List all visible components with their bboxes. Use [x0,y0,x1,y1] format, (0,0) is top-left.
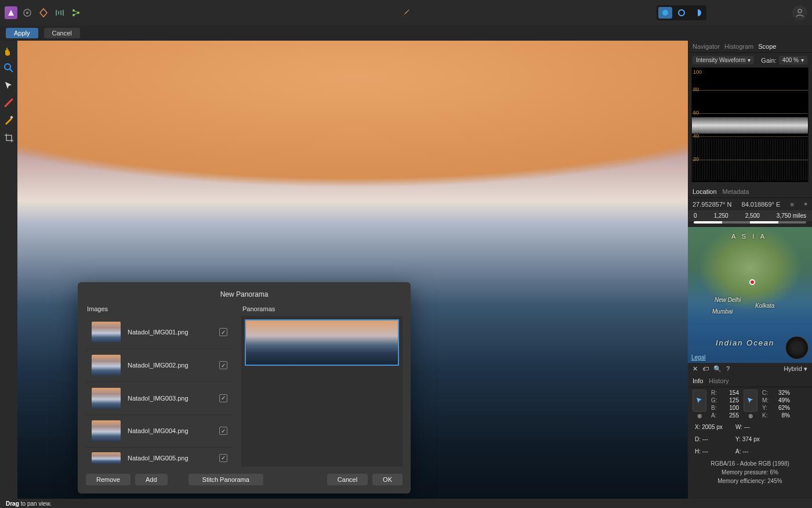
tab-scope[interactable]: Scope [758,43,776,50]
remove-button[interactable]: Remove [86,474,130,485]
account-button[interactable] [792,5,807,20]
statusbar-hint-bold: Drag [6,500,19,507]
tab-info[interactable]: Info [693,377,703,384]
image-row[interactable]: Natadol_IMG001.png✓ [86,316,233,349]
scope-mode-dropdown[interactable]: Intensity Waveform▾ [693,56,754,64]
b-value: 100 [723,405,739,411]
map-scalebar [694,221,806,224]
app-icon[interactable] [5,6,17,19]
waveform-tick: 40 [693,133,699,139]
svg-marker-2 [40,9,47,17]
add-button[interactable]: Add [135,474,168,485]
persona-toggle-group [657,5,706,20]
toolbar-left [5,6,82,19]
info-tabs: Info History [688,375,812,387]
crop-tool[interactable] [2,131,15,144]
map-label: New Delhi [715,297,741,303]
main-area: New Panorama Images Natadol_IMG001.png✓ … [0,41,812,499]
tool-strip [0,41,17,499]
help-icon[interactable]: ? [726,365,730,373]
waveform-display: 100 80 60 40 20 [691,67,809,182]
panorama-preview-list[interactable] [241,316,403,467]
tab-location[interactable]: Location [693,188,717,195]
map-label: Indian Ocean [716,338,774,347]
persona-photo[interactable] [658,7,672,19]
latitude-value: 27.952857° N [693,201,731,208]
move-tool[interactable] [2,79,15,92]
target-icon[interactable]: ⊕ [693,413,706,419]
persona-develop[interactable] [691,7,705,19]
panorama-preview[interactable] [245,319,399,366]
stitch-button[interactable]: Stitch Panorama [188,474,263,485]
sampler2-icon[interactable] [744,390,757,412]
map-legal-link[interactable]: Legal [691,354,705,361]
map-label: Mumbai [712,308,733,315]
svg-point-1 [26,12,28,14]
svg-point-6 [662,10,668,16]
list-icon[interactable]: ≡ [790,201,793,208]
cancel-button[interactable]: Cancel [44,28,80,38]
map-pin [749,279,755,285]
target2-icon[interactable]: ⊕ [744,413,757,419]
maptype-dropdown[interactable]: Hybrid ▾ [784,365,807,373]
tab-history[interactable]: History [709,377,728,384]
chevron-down-icon: ▾ [804,365,807,372]
c-value: 32% [774,390,790,396]
location-map[interactable]: A S I A New Delhi Mumbai Kolkata Indian … [688,227,812,363]
image-name: Natadol_IMG001.png [128,329,212,336]
chevron-down-icon: ▾ [748,57,751,63]
liquify-icon[interactable] [37,6,50,19]
hand-tool[interactable] [2,44,15,57]
image-name: Natadol_IMG003.png [128,395,212,402]
paintbrush-icon[interactable] [400,6,412,19]
waveform-tick: 60 [693,110,699,116]
tab-metadata[interactable]: Metadata [723,188,749,195]
image-row[interactable]: Natadol_IMG002.png✓ [86,349,233,382]
image-row[interactable]: Natadol_IMG003.png✓ [86,381,233,415]
dialog-ok-button[interactable]: OK [372,474,403,485]
r-value: 154 [723,390,739,396]
tag-icon[interactable]: 🏷 [702,365,709,373]
gain-dropdown[interactable]: 400 %▾ [779,56,807,64]
image-row[interactable]: Natadol_IMG005.png✓ [86,447,233,468]
images-list[interactable]: Natadol_IMG001.png✓ Natadol_IMG002.png✓ … [86,316,233,468]
tab-histogram[interactable]: Histogram [724,43,753,50]
image-checkbox[interactable]: ✓ [219,361,227,369]
image-checkbox[interactable]: ✓ [219,328,227,336]
tonemap-icon[interactable] [53,6,66,19]
image-checkbox[interactable]: ✓ [219,394,227,402]
dialog-cancel-button[interactable]: Cancel [327,474,368,485]
g-value: 125 [723,397,739,403]
svg-point-7 [679,10,684,16]
apply-button[interactable]: Apply [6,28,38,38]
scope-tabs: Navigator Histogram Scope [688,41,812,53]
a-value: 255 [723,412,739,419]
export-icon[interactable] [70,6,82,19]
images-header: Images [86,304,233,316]
redeye-tool[interactable] [2,96,15,109]
image-checkbox[interactable]: ✓ [219,454,227,462]
waveform-tick: 100 [693,69,702,75]
image-thumb [92,420,121,441]
sampler-icon[interactable] [693,390,706,412]
persona-liquify[interactable] [675,7,688,19]
image-thumb [92,355,121,376]
new-panorama-dialog: New Panorama Images Natadol_IMG001.png✓ … [78,282,411,493]
compass-icon[interactable] [785,336,809,359]
locate-icon[interactable]: ⌖ [804,200,807,208]
toolbar-center [400,6,412,19]
clear-location-icon[interactable]: ✕ [693,365,698,373]
image-row[interactable]: Natadol_IMG004.png✓ [86,415,233,448]
search-icon[interactable]: 🔍 [713,365,722,373]
develop-icon[interactable] [21,6,34,19]
tab-navigator[interactable]: Navigator [693,43,720,50]
image-name: Natadol_IMG005.png [128,455,212,462]
canvas-viewport[interactable]: New Panorama Images Natadol_IMG001.png✓ … [17,41,688,499]
image-checkbox[interactable]: ✓ [219,427,227,435]
image-thumb [92,322,121,343]
zoom-tool[interactable] [2,62,15,74]
blemish-tool[interactable] [2,114,15,127]
gain-label: Gain: [761,57,776,64]
waveform-tick: 80 [693,87,699,92]
image-name: Natadol_IMG004.png [128,427,212,434]
